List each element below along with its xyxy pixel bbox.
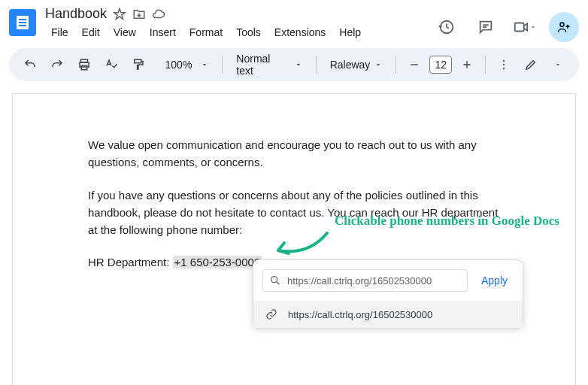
menu-tools[interactable]: Tools	[230, 23, 267, 41]
link-result-text: https://call.ctrlq.org/16502530000	[288, 309, 432, 320]
svg-rect-0	[515, 23, 524, 32]
docs-logo[interactable]	[9, 9, 36, 36]
redo-icon[interactable]	[45, 53, 69, 77]
menu-insert[interactable]: Insert	[144, 23, 182, 41]
paint-format-icon[interactable]	[126, 53, 150, 77]
menu-extensions[interactable]: Extensions	[268, 23, 332, 41]
font-size-input[interactable]	[429, 56, 452, 74]
comments-icon[interactable]	[471, 12, 501, 42]
phone-link[interactable]: +1 650-253-0000	[173, 256, 262, 268]
svg-point-8	[503, 68, 505, 69]
font-increase[interactable]	[455, 53, 479, 77]
mode-dropdown[interactable]	[546, 53, 570, 77]
annotation-text: Clickable phone numbers in Google Docs	[335, 214, 559, 229]
more-icon[interactable]	[492, 53, 516, 77]
menu-bar: File Edit View Insert Format Tools Exten…	[45, 23, 367, 41]
annotation-arrow	[271, 229, 331, 259]
apply-button[interactable]: Apply	[475, 274, 514, 286]
menu-file[interactable]: File	[45, 23, 74, 41]
paragraph: We value open communication and encourag…	[88, 136, 500, 171]
meet-icon[interactable]	[510, 12, 540, 42]
svg-point-9	[271, 277, 277, 283]
style-select[interactable]: Normal text	[229, 53, 309, 77]
move-icon[interactable]	[132, 8, 146, 21]
link-suggestion[interactable]: https://call.ctrlq.org/16502530000	[253, 301, 523, 328]
svg-point-1	[560, 23, 564, 26]
doc-title[interactable]: Handbook	[45, 6, 107, 22]
menu-edit[interactable]: Edit	[76, 23, 106, 41]
svg-point-7	[503, 64, 505, 65]
share-button[interactable]	[549, 12, 579, 42]
undo-icon[interactable]	[18, 53, 42, 77]
svg-rect-5	[134, 59, 141, 63]
spellcheck-icon[interactable]	[99, 53, 123, 77]
link-search-field[interactable]	[262, 269, 468, 292]
toolbar: 100% Normal text Raleway	[9, 48, 579, 81]
search-icon	[269, 274, 281, 286]
menu-help[interactable]: Help	[333, 23, 367, 41]
star-icon[interactable]	[113, 8, 126, 21]
zoom-select[interactable]: 100%	[153, 59, 217, 71]
svg-point-6	[503, 60, 505, 62]
cloud-icon[interactable]	[152, 8, 165, 21]
font-decrease[interactable]	[402, 53, 426, 77]
link-icon	[265, 308, 277, 320]
edit-mode-icon[interactable]	[519, 53, 543, 77]
history-icon[interactable]	[432, 12, 462, 42]
link-popup: Apply https://call.ctrlq.org/16502530000	[253, 259, 523, 329]
print-icon[interactable]	[72, 53, 96, 77]
menu-view[interactable]: View	[108, 23, 142, 41]
menu-format[interactable]: Format	[183, 23, 229, 41]
link-url-input[interactable]	[287, 275, 461, 286]
font-select[interactable]: Raleway	[323, 59, 390, 71]
